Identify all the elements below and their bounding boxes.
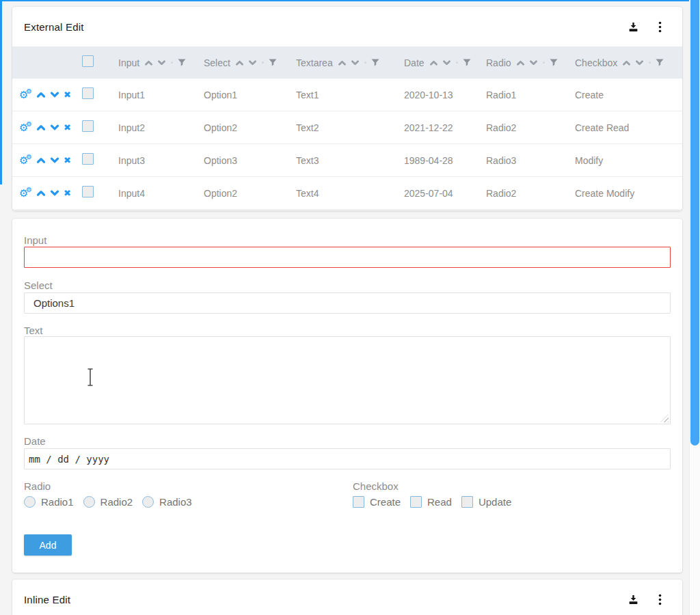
table-row: ⚙ ⚙ ✖ Input2 Option2 Text2 2021-12-22 Ra… bbox=[12, 111, 682, 144]
cell-textarea: Text2 bbox=[284, 122, 392, 133]
sort-ascending-icon[interactable] bbox=[338, 59, 347, 66]
cell-textarea: Text4 bbox=[284, 188, 392, 199]
cell-select: Option1 bbox=[191, 90, 284, 100]
row-actions: ⚙ ⚙ ✖ bbox=[12, 187, 81, 200]
cell-radio: Radio2 bbox=[474, 122, 563, 133]
checkbox-update[interactable] bbox=[461, 496, 473, 508]
cell-textarea: Text1 bbox=[284, 90, 392, 100]
table-row: ⚙ ⚙ ✖ Input4 Option2 Text4 2025-07-04 Ra… bbox=[12, 177, 682, 210]
settings-cogs-icon[interactable]: ⚙ ⚙ bbox=[19, 89, 32, 101]
filter-funnel-icon[interactable] bbox=[550, 59, 558, 66]
date-placeholder: mm / dd / yyyy bbox=[29, 454, 109, 465]
top-accent-line bbox=[0, 0, 700, 1]
header-divider-dot bbox=[543, 62, 545, 64]
delete-x-icon[interactable]: ✖ bbox=[64, 156, 71, 165]
checkbox-option-label: Read bbox=[427, 496, 452, 508]
kebab-menu-icon[interactable] bbox=[658, 21, 662, 33]
text-cursor-ibeam bbox=[86, 368, 94, 387]
sort-ascending-icon[interactable] bbox=[144, 59, 153, 66]
radio-button[interactable] bbox=[24, 496, 36, 508]
settings-cogs-icon[interactable]: ⚙ ⚙ bbox=[19, 187, 32, 200]
select-label: Select bbox=[24, 279, 53, 291]
filter-funnel-icon[interactable] bbox=[178, 59, 186, 66]
download-icon[interactable] bbox=[628, 594, 639, 605]
filter-funnel-icon[interactable] bbox=[656, 59, 664, 66]
download-icon[interactable] bbox=[628, 21, 639, 33]
sort-ascending-icon[interactable] bbox=[429, 59, 438, 66]
input-field[interactable] bbox=[24, 247, 671, 268]
settings-cogs-icon[interactable]: ⚙ ⚙ bbox=[19, 154, 32, 167]
filter-funnel-icon[interactable] bbox=[463, 59, 471, 66]
date-field[interactable]: mm / dd / yyyy bbox=[24, 448, 671, 469]
header-divider-dot bbox=[456, 62, 458, 64]
column-header: Input bbox=[106, 57, 191, 68]
select-field[interactable]: Options1 bbox=[24, 292, 671, 314]
move-up-icon[interactable] bbox=[36, 91, 46, 98]
sort-ascending-icon[interactable] bbox=[235, 59, 244, 66]
checkbox-create[interactable] bbox=[353, 496, 364, 508]
move-up-icon[interactable] bbox=[36, 156, 46, 164]
cell-radio: Radio1 bbox=[474, 90, 563, 100]
header-checkbox-cell bbox=[81, 55, 106, 70]
sort-descending-icon[interactable] bbox=[529, 59, 538, 66]
move-down-icon[interactable] bbox=[50, 189, 59, 197]
column-header: Select bbox=[191, 57, 284, 68]
radio-option: Radio3 bbox=[142, 496, 192, 508]
sort-descending-icon[interactable] bbox=[442, 59, 451, 66]
column-header-label: Radio bbox=[486, 57, 511, 68]
row-checkbox[interactable] bbox=[82, 153, 94, 165]
settings-cogs-icon[interactable]: ⚙ ⚙ bbox=[19, 122, 32, 134]
sort-descending-icon[interactable] bbox=[157, 59, 166, 66]
table-row: ⚙ ⚙ ✖ Input1 Option1 Text1 2020-10-13 Ra… bbox=[12, 79, 682, 111]
sort-descending-icon[interactable] bbox=[248, 59, 257, 66]
input-label: Input bbox=[24, 234, 46, 246]
move-down-icon[interactable] bbox=[50, 124, 59, 131]
radio-option-label: Radio1 bbox=[41, 496, 74, 508]
textarea-field[interactable] bbox=[24, 336, 671, 424]
row-actions: ⚙ ⚙ ✖ bbox=[12, 154, 81, 167]
row-checkbox[interactable] bbox=[82, 120, 94, 132]
filter-funnel-icon[interactable] bbox=[371, 59, 379, 66]
vertical-scrollbar-thumb[interactable] bbox=[690, 0, 699, 446]
cell-select: Option2 bbox=[191, 122, 284, 133]
column-header-label: Date bbox=[404, 57, 425, 68]
checkbox-group-label: Checkbox bbox=[353, 480, 399, 492]
radio-option: Radio1 bbox=[24, 496, 74, 508]
kebab-menu-icon[interactable] bbox=[658, 594, 662, 605]
delete-x-icon[interactable]: ✖ bbox=[64, 123, 71, 132]
row-checkbox[interactable] bbox=[82, 87, 94, 99]
move-up-icon[interactable] bbox=[36, 124, 46, 131]
table-header-row: Input Select bbox=[12, 46, 682, 79]
sort-descending-icon[interactable] bbox=[351, 59, 360, 66]
checkbox-option: Update bbox=[461, 496, 511, 508]
sort-ascending-icon[interactable] bbox=[516, 59, 525, 66]
checkbox-read[interactable] bbox=[410, 496, 422, 508]
move-down-icon[interactable] bbox=[50, 156, 59, 164]
cell-checkbox: Create Modify bbox=[563, 188, 682, 199]
delete-x-icon[interactable]: ✖ bbox=[64, 189, 71, 197]
checkbox-option: Create bbox=[353, 496, 401, 508]
header-divider-dot bbox=[364, 62, 366, 64]
column-header-label: Input bbox=[118, 57, 139, 68]
cell-date: 1989-04-28 bbox=[392, 155, 474, 166]
add-button[interactable]: Add bbox=[24, 534, 72, 556]
filter-funnel-icon[interactable] bbox=[269, 59, 277, 66]
table-body: ⚙ ⚙ ✖ Input1 Option1 Text1 2020-10-13 Ra… bbox=[12, 79, 682, 210]
radio-button[interactable] bbox=[83, 496, 95, 508]
column-header: Date bbox=[392, 57, 474, 68]
select-all-checkbox[interactable] bbox=[82, 55, 94, 67]
checkbox-group: Create Read Update bbox=[353, 496, 511, 508]
vertical-scrollbar-track[interactable] bbox=[689, 0, 700, 615]
row-checkbox[interactable] bbox=[82, 186, 94, 197]
radio-button[interactable] bbox=[142, 496, 154, 508]
move-down-icon[interactable] bbox=[50, 91, 59, 98]
delete-x-icon[interactable]: ✖ bbox=[64, 90, 71, 99]
sort-descending-icon[interactable] bbox=[635, 59, 644, 66]
row-actions: ⚙ ⚙ ✖ bbox=[12, 122, 81, 134]
textarea-resize-handle[interactable] bbox=[660, 414, 669, 422]
move-up-icon[interactable] bbox=[36, 189, 46, 197]
column-header: Radio bbox=[474, 57, 563, 68]
add-record-form-card: Input Select Options1 Text Date mm / dd … bbox=[12, 219, 682, 573]
sort-ascending-icon[interactable] bbox=[622, 59, 631, 66]
table-row: ⚙ ⚙ ✖ Input3 Option3 Text3 1989-04-28 Ra… bbox=[12, 144, 682, 177]
